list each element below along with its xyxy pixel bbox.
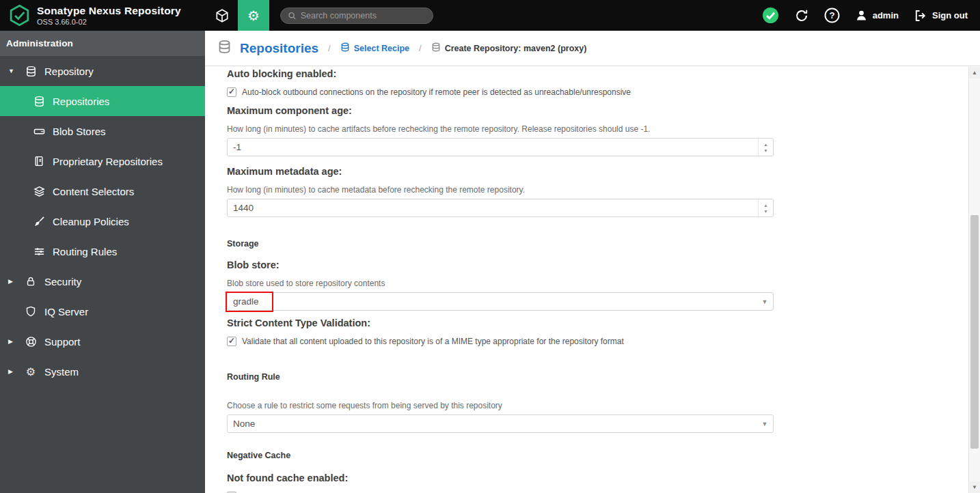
life-ring-icon <box>23 335 38 348</box>
page-title[interactable]: Repositories <box>240 41 318 56</box>
brand: Sonatype Nexus Repository OSS 3.66.0-02 <box>0 4 206 27</box>
routing-rule-value: None <box>228 419 757 429</box>
scroll-up-button[interactable]: ▲ <box>969 67 980 79</box>
app-version: OSS 3.66.0-02 <box>37 18 181 26</box>
stepper-down-icon[interactable]: ▼ <box>763 209 767 214</box>
sidebar-item-iq-server[interactable]: IQ Server <box>0 296 205 326</box>
signout-button[interactable]: Sign out <box>914 9 968 23</box>
database-icon <box>23 65 38 77</box>
not-found-cache-label: Not found cache enabled: <box>227 473 968 483</box>
search-icon <box>288 11 297 20</box>
blob-store-value: gradle <box>228 296 757 307</box>
shield-icon <box>23 305 38 318</box>
sidebar-item-blob-stores[interactable]: Blob Stores <box>0 116 205 146</box>
auto-blocking-checkbox[interactable] <box>227 87 236 97</box>
scrollbar-track[interactable] <box>969 79 980 481</box>
sidebar-item-repositories[interactable]: Repositories <box>0 86 205 116</box>
refresh-icon[interactable] <box>794 8 809 23</box>
sidebar-item-security[interactable]: ▶ Security <box>0 266 205 296</box>
stepper-up-icon[interactable]: ▲ <box>763 142 767 147</box>
sidebar-item-content-selectors[interactable]: Content Selectors <box>0 176 205 206</box>
strict-validation-label: Strict Content Type Validation: <box>227 318 968 328</box>
routing-rule-section-label: Routing Rule <box>227 372 968 382</box>
help-icon[interactable]: ? <box>824 8 840 23</box>
routing-rule-select[interactable]: None ▼ <box>227 414 774 433</box>
sidebar-header: Administration <box>0 31 205 56</box>
breadcrumb-separator: / <box>416 43 424 53</box>
chevron-right-icon: ▶ <box>8 368 23 375</box>
sidebar-item-cleanup-policies[interactable]: Cleanup Policies <box>0 206 205 236</box>
sidebar-item-label: Content Selectors <box>53 186 134 197</box>
sidebar-item-label: Blob Stores <box>53 126 106 137</box>
sliders-icon <box>31 245 46 257</box>
stepper-up-icon[interactable]: ▲ <box>763 203 767 208</box>
breadcrumb-select-recipe[interactable]: Select Recipe <box>340 42 409 55</box>
search-input[interactable] <box>301 11 426 20</box>
form-content: Auto blocking enabled: Auto-block outbou… <box>205 67 968 493</box>
sidebar-item-label: Security <box>44 276 81 287</box>
broom-icon <box>31 215 46 227</box>
user-icon <box>855 9 868 22</box>
breadcrumb-separator: / <box>325 43 334 53</box>
scrollbar-thumb[interactable] <box>970 215 979 449</box>
number-stepper[interactable]: ▲▼ <box>758 199 773 216</box>
stepper-down-icon[interactable]: ▼ <box>763 148 767 153</box>
auto-blocking-checkbox-row: Auto-block outbound connections on the r… <box>227 87 968 97</box>
cube-icon <box>215 8 230 23</box>
nexus-app: Sonatype Nexus Repository OSS 3.66.0-02 … <box>0 0 980 493</box>
strict-validation-checkbox-row: Validate that all content uploaded to th… <box>227 337 968 346</box>
routing-rule-help: Choose a rule to restrict some requests … <box>227 401 968 410</box>
storage-section-label: Storage <box>227 239 968 249</box>
strict-validation-checkbox[interactable] <box>227 337 236 346</box>
max-metadata-age-help: How long (in minutes) to cache metadata … <box>227 185 968 195</box>
database-icon <box>217 40 232 57</box>
sidebar-item-support[interactable]: ▶ Support <box>0 326 205 356</box>
blob-store-label: Blob store: <box>227 259 968 270</box>
gear-icon: ⚙ <box>23 365 38 378</box>
book-icon <box>31 155 46 167</box>
chevron-down-icon: ▼ <box>757 421 773 427</box>
sidebar-item-repository[interactable]: ▼ Repository <box>0 56 205 86</box>
main-panel: Repositories / Select Recipe / <box>205 31 980 493</box>
sidebar-item-label: Repositories <box>53 96 109 107</box>
auto-blocking-checkbox-label: Auto-block outbound connections on the r… <box>242 87 631 97</box>
max-component-age-label: Maximum component age: <box>227 105 968 116</box>
max-metadata-age-input[interactable] <box>228 203 758 213</box>
layers-icon <box>31 185 46 197</box>
number-stepper[interactable]: ▲▼ <box>758 139 773 156</box>
sidebar-item-label: IQ Server <box>44 306 88 318</box>
sidebar-item-label: Routing Rules <box>53 246 117 257</box>
negative-cache-section-label: Negative Cache <box>227 451 968 460</box>
chevron-down-icon: ▼ <box>8 68 23 74</box>
scroll-down-button[interactable]: ▼ <box>969 481 980 493</box>
sidebar-item-label: Support <box>44 336 81 348</box>
auto-blocking-label: Auto blocking enabled: <box>227 68 968 79</box>
lock-icon <box>23 275 38 287</box>
chevron-right-icon: ▶ <box>8 338 23 345</box>
sidebar-item-label: System <box>44 366 79 378</box>
app-title: Sonatype Nexus Repository <box>37 5 181 16</box>
signout-icon <box>914 9 927 23</box>
blob-store-help: Blob store used to store repository cont… <box>227 279 968 288</box>
status-check-icon[interactable] <box>762 7 779 24</box>
browse-mode-button[interactable] <box>206 0 238 31</box>
sidebar-item-system[interactable]: ▶ ⚙ System <box>0 356 205 386</box>
blob-store-select[interactable]: gradle ▼ <box>227 292 774 311</box>
topbar-actions: ? admin Sign out <box>762 7 980 24</box>
database-icon <box>431 42 441 55</box>
sidebar-item-label: Repository <box>44 66 94 77</box>
vertical-scrollbar[interactable]: ▲ ▼ <box>968 67 980 493</box>
admin-mode-button[interactable]: ⚙ <box>238 0 269 31</box>
sidebar-item-label: Cleanup Policies <box>53 216 129 227</box>
search-box[interactable] <box>280 8 433 24</box>
topbar: Sonatype Nexus Repository OSS 3.66.0-02 … <box>0 0 980 31</box>
user-menu[interactable]: admin <box>855 9 899 22</box>
sidebar-item-label: Proprietary Repositories <box>53 156 163 167</box>
hard-drive-icon <box>31 125 46 137</box>
sidebar-item-proprietary-repositories[interactable]: Proprietary Repositories <box>0 146 205 176</box>
database-icon <box>31 95 46 107</box>
sonatype-logo <box>8 4 31 27</box>
breadcrumb-current: Create Repository: maven2 (proxy) <box>431 42 587 55</box>
max-component-age-input[interactable] <box>228 142 758 152</box>
sidebar-item-routing-rules[interactable]: Routing Rules <box>0 236 205 266</box>
